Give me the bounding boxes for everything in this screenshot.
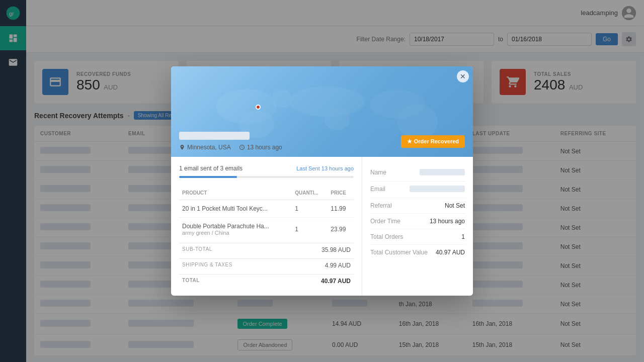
detail-email-row: Email xyxy=(370,182,465,198)
product-name-1: 20 in 1 Pocket Multi Tool Keyc... xyxy=(179,200,292,218)
email-progress-text: 1 email sent of 3 emails xyxy=(179,165,243,172)
progress-bar-track xyxy=(179,176,354,178)
order-recovered-badge: ★ Order Recovered xyxy=(401,135,465,148)
modal: ✕ Minnesota, USA 13 hours ago xyxy=(171,66,473,296)
order-recovered-text: Order Recovered xyxy=(414,138,459,144)
modal-overlay[interactable]: ✕ Minnesota, USA 13 hours ago xyxy=(0,0,644,362)
total-label: TOTAL xyxy=(182,278,200,285)
customer-name-redacted xyxy=(179,132,250,140)
shipping-row: SHIPPING & TAXES 4.99 AUD xyxy=(179,258,354,272)
svg-point-6 xyxy=(289,86,365,117)
product-row-2: Double Portable Parachute Ha... army gre… xyxy=(179,218,354,241)
detail-total-orders-value: 1 xyxy=(461,233,465,240)
product-qty-2: 1 xyxy=(292,218,328,241)
modal-right-panel: Name Email Referral Not Set Order Time 1… xyxy=(362,157,473,296)
detail-referral-label: Referral xyxy=(370,202,392,209)
time-text: 13 hours ago xyxy=(247,144,282,151)
map-marker xyxy=(256,105,261,110)
product-table: PRODUCT QUANTI... PRICE 20 in 1 Pocket M… xyxy=(179,186,354,241)
detail-name-value xyxy=(420,169,465,175)
modal-header-info: Minnesota, USA 13 hours ago ★ Order Reco… xyxy=(179,132,465,151)
detail-order-time-label: Order Time xyxy=(370,218,400,225)
shipping-value: 4.99 AUD xyxy=(325,262,351,269)
email-last-sent: Last Sent 13 hours ago xyxy=(296,165,354,171)
progress-bar-fill xyxy=(179,176,237,178)
detail-order-time-row: Order Time 13 hours ago xyxy=(370,214,465,229)
total-row: TOTAL 40.97 AUD xyxy=(179,274,354,288)
svg-point-7 xyxy=(325,108,350,130)
product-col-quantity: QUANTI... xyxy=(292,186,328,200)
subtotal-row: SUB-TOTAL 35.98 AUD xyxy=(179,243,354,256)
product-col-product: PRODUCT xyxy=(179,186,292,200)
detail-total-orders-row: Total Orders 1 xyxy=(370,229,465,245)
detail-referral-row: Referral Not Set xyxy=(370,198,465,214)
time-info: 13 hours ago xyxy=(239,144,282,151)
product-price-1: 11.99 xyxy=(328,200,354,218)
product-name-2: Double Portable Parachute Ha... xyxy=(182,223,289,230)
detail-email-label: Email xyxy=(370,186,385,194)
product-col-price: PRICE xyxy=(328,186,354,200)
product-row-1: 20 in 1 Pocket Multi Tool Keyc... 1 11.9… xyxy=(179,200,354,218)
total-value: 40.97 AUD xyxy=(321,278,351,285)
detail-name-label: Name xyxy=(370,169,386,177)
subtotal-value: 35.98 AUD xyxy=(321,246,351,253)
product-qty-1: 1 xyxy=(292,200,328,218)
detail-order-time-value: 13 hours ago xyxy=(430,218,465,225)
shipping-label: SHIPPING & TAXES xyxy=(182,262,232,269)
svg-point-10 xyxy=(272,90,292,108)
detail-referral-value: Not Set xyxy=(445,202,465,209)
modal-left-panel: 1 email sent of 3 emails Last Sent 13 ho… xyxy=(171,157,362,296)
product-variant-2: army green / China xyxy=(182,230,289,236)
subtotal-label: SUB-TOTAL xyxy=(182,246,212,253)
modal-close-button[interactable]: ✕ xyxy=(457,70,469,82)
email-progress-row: 1 email sent of 3 emails Last Sent 13 ho… xyxy=(179,165,354,172)
detail-email-value xyxy=(410,186,465,192)
detail-total-orders-label: Total Orders xyxy=(370,233,403,240)
detail-customer-value-label: Total Customer Value xyxy=(370,249,428,256)
detail-customer-value-row: Total Customer Value 40.97 AUD xyxy=(370,245,465,260)
product-price-2: 23.99 xyxy=(328,218,354,241)
modal-map-header: ✕ Minnesota, USA 13 hours ago xyxy=(171,66,473,157)
location-text: Minnesota, USA xyxy=(187,144,231,151)
modal-meta: Minnesota, USA 13 hours ago xyxy=(179,144,282,151)
location-info: Minnesota, USA xyxy=(179,144,231,151)
detail-name-row: Name xyxy=(370,165,465,182)
modal-body: 1 email sent of 3 emails Last Sent 13 ho… xyxy=(171,157,473,296)
detail-customer-value-value: 40.97 AUD xyxy=(436,249,465,256)
star-icon: ★ xyxy=(407,138,412,145)
